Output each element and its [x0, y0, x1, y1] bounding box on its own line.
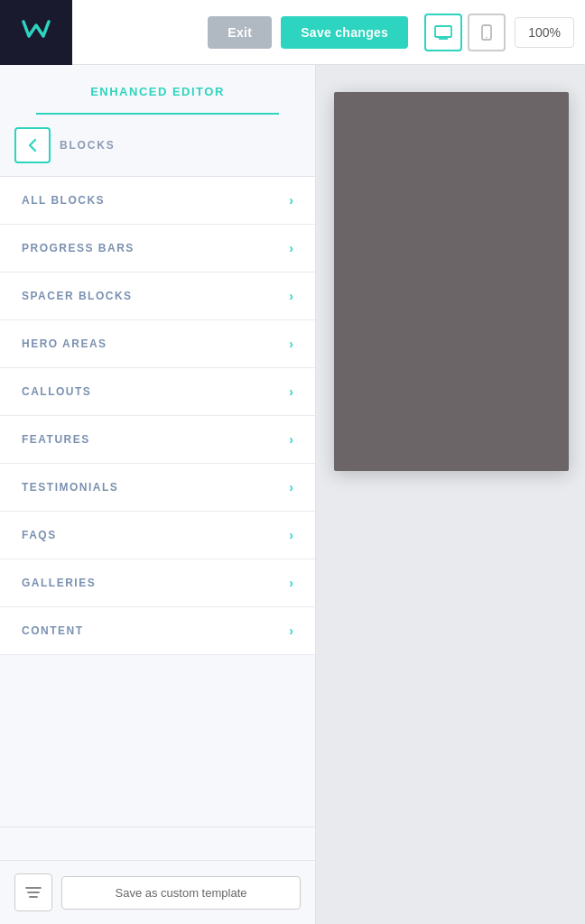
menu-item-hero-areas[interactable]: HERO AREAS ›	[0, 320, 315, 368]
menu-item-content[interactable]: CONTENT ›	[0, 607, 315, 655]
menu-item-label: FEATURES	[22, 433, 90, 446]
sidebar: ENHANCED EDITOR BLOCKS ALL BLOCKS › PROG…	[0, 65, 316, 924]
menu-item-label: HERO AREAS	[22, 337, 107, 350]
menu-item-label: TESTIMONIALS	[22, 481, 118, 494]
logo	[0, 0, 72, 65]
device-toggle	[424, 14, 506, 51]
menu-item-callouts[interactable]: CALLOUTS ›	[0, 368, 315, 416]
chevron-icon: ›	[289, 337, 293, 351]
sidebar-title: ENHANCED EDITOR	[36, 65, 279, 115]
top-bar: Exit Save changes 100%	[0, 0, 585, 65]
save-template-button[interactable]: Save as custom template	[61, 876, 301, 910]
menu-item-label: FAQS	[22, 529, 57, 541]
menu-item-label: GALLERIES	[22, 577, 96, 589]
chevron-icon: ›	[289, 289, 293, 303]
desktop-view-button[interactable]	[424, 14, 462, 51]
chevron-icon: ›	[289, 480, 293, 494]
chevron-icon: ›	[289, 432, 293, 447]
menu-item-galleries[interactable]: GALLERIES ›	[0, 559, 315, 607]
mobile-view-button[interactable]	[468, 14, 506, 51]
chevron-icon: ›	[289, 241, 293, 255]
menu-item-spacer-blocks[interactable]: SPACER BLOCKS ›	[0, 273, 315, 320]
nav-label: BLOCKS	[60, 139, 115, 152]
menu-item-faqs[interactable]: FAQS ›	[0, 512, 315, 559]
logo-icon	[20, 13, 52, 51]
main-layout: ENHANCED EDITOR BLOCKS ALL BLOCKS › PROG…	[0, 65, 585, 924]
svg-rect-0	[435, 26, 451, 37]
menu-item-all-blocks[interactable]: ALL BLOCKS ›	[0, 177, 315, 225]
sidebar-nav: BLOCKS	[0, 115, 315, 177]
chevron-icon: ›	[289, 576, 293, 590]
chevron-icon: ›	[289, 384, 293, 399]
sidebar-footer: Save as custom template	[0, 860, 315, 924]
save-button[interactable]: Save changes	[281, 16, 408, 49]
chevron-icon: ›	[289, 624, 293, 638]
preview-frame	[334, 92, 569, 471]
exit-button[interactable]: Exit	[208, 16, 272, 49]
menu-item-label: ALL BLOCKS	[22, 194, 105, 207]
menu-item-label: CALLOUTS	[22, 385, 91, 398]
chevron-icon: ›	[289, 193, 293, 208]
menu-item-label: SPACER BLOCKS	[22, 290, 133, 302]
menu-item-features[interactable]: FEATURES ›	[0, 416, 315, 464]
preview-area	[316, 65, 585, 924]
zoom-level: 100%	[515, 17, 574, 48]
menu-item-label: CONTENT	[22, 624, 84, 637]
menu-item-testimonials[interactable]: TESTIMONIALS ›	[0, 464, 315, 512]
menu-item-label: PROGRESS BARS	[22, 242, 135, 254]
filter-button[interactable]	[14, 873, 52, 911]
menu-item-progress-bars[interactable]: PROGRESS BARS ›	[0, 225, 315, 273]
chevron-icon: ›	[289, 528, 293, 542]
menu-list: ALL BLOCKS › PROGRESS BARS › SPACER BLOC…	[0, 177, 315, 827]
back-button[interactable]	[14, 127, 51, 163]
svg-point-5	[486, 36, 488, 38]
